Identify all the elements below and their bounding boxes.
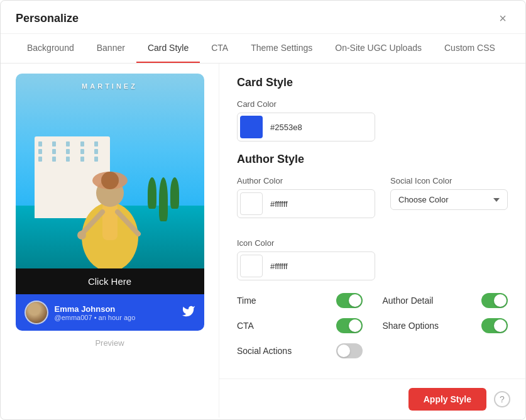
tab-on-site-ugc-uploads[interactable]: On-Site UGC Uploads	[324, 34, 433, 63]
tab-custom-css[interactable]: Custom CSS	[433, 34, 507, 63]
window	[66, 157, 70, 162]
card-color-value-input[interactable]	[265, 123, 375, 132]
toggle-share-options-switch[interactable]	[481, 318, 508, 333]
toggle-row-share-options: Share Options	[383, 318, 508, 333]
preview-panel: MARTINEZ	[1, 64, 219, 417]
card-color-swatch[interactable]	[240, 116, 263, 138]
card-style-section: Card Style Card Color	[237, 76, 508, 141]
author-color-label: Author Color	[237, 176, 375, 185]
apply-style-button[interactable]: Apply Style	[408, 388, 486, 411]
tree	[148, 177, 156, 209]
preview-label: Preview	[95, 338, 124, 348]
icon-color-label: Icon Color	[237, 238, 508, 248]
tab-card-style[interactable]: Card Style	[136, 34, 200, 63]
icon-color-input-row	[237, 251, 375, 280]
toggle-time-switch[interactable]	[336, 293, 363, 308]
toggle-cta-label: CTA	[237, 321, 254, 331]
toggle-share-options-knob	[494, 319, 507, 332]
svg-point-7	[77, 231, 86, 240]
author-info: Emma Johnson @emma007 • an hour ago	[55, 304, 175, 321]
twitter-icon	[182, 304, 195, 321]
toggle-time-knob	[349, 294, 361, 307]
author-style-section: Author Style Author Color Social Icon Co…	[237, 153, 508, 280]
window	[52, 149, 56, 154]
cta-bar: Click Here	[16, 268, 204, 294]
social-icon-color-group: Social Icon Color Choose Color White Bla…	[390, 176, 508, 229]
svg-rect-1	[102, 202, 118, 240]
window	[38, 149, 42, 154]
toggle-social-actions-label: Social Actions	[237, 346, 292, 356]
tab-background[interactable]: Background	[16, 34, 85, 63]
card-color-input-row	[237, 113, 375, 141]
card-style-title: Card Style	[237, 76, 508, 89]
window	[66, 149, 70, 154]
toggle-social-actions-switch[interactable]	[336, 343, 363, 358]
author-color-row: Author Color Social Icon Color Choose Co…	[237, 176, 508, 229]
card-color-label: Card Color	[237, 99, 508, 109]
modal-footer: Apply Style ?	[219, 379, 525, 419]
window	[38, 157, 42, 162]
toggles-grid: Time Author Detail CTA	[237, 293, 508, 358]
modal-header: Personalize ×	[1, 1, 525, 34]
toggle-share-options-label: Share Options	[383, 321, 439, 331]
settings-panel: Card Style Card Color Author Style Autho…	[219, 64, 525, 417]
help-icon-button[interactable]: ?	[494, 391, 510, 407]
trees	[148, 177, 179, 221]
modal-title: Personalize	[16, 12, 79, 25]
toggle-row-cta: CTA	[237, 318, 363, 333]
toggle-author-detail-knob	[494, 294, 507, 307]
svg-point-4	[101, 172, 119, 189]
author-name: Emma Johnson	[55, 304, 175, 314]
main-content: MARTINEZ	[1, 64, 525, 417]
author-color-group: Author Color	[237, 176, 375, 229]
close-button[interactable]: ×	[495, 11, 510, 26]
toggle-cta-knob	[349, 319, 361, 332]
window	[52, 157, 56, 162]
tab-theme-settings[interactable]: Theme Settings	[239, 34, 324, 63]
person-figure	[72, 143, 148, 268]
toggle-row-author-detail: Author Detail	[383, 293, 508, 308]
author-color-swatch[interactable]	[240, 192, 263, 215]
hotel-label: MARTINEZ	[82, 82, 138, 90]
icon-color-swatch[interactable]	[240, 255, 263, 277]
cta-text: Click Here	[88, 276, 131, 287]
icon-color-value-input[interactable]	[265, 262, 375, 271]
author-style-title: Author Style	[237, 153, 508, 166]
toggle-author-detail-label: Author Detail	[383, 296, 434, 306]
tabs-nav: Background Banner Card Style CTA Theme S…	[1, 34, 525, 64]
tab-cta[interactable]: CTA	[200, 34, 239, 63]
social-icon-color-label: Social Icon Color	[390, 176, 508, 185]
tab-banner[interactable]: Banner	[85, 34, 136, 63]
author-color-input-row	[237, 189, 375, 218]
toggle-author-detail-switch[interactable]	[481, 293, 508, 308]
social-icon-color-select[interactable]: Choose Color White Black Custom	[390, 189, 508, 210]
window	[66, 141, 70, 146]
toggle-social-actions-knob	[337, 345, 350, 357]
author-handle: @emma007 • an hour ago	[55, 314, 175, 321]
toggle-time-label: Time	[237, 296, 256, 306]
avatar	[25, 301, 48, 324]
card-preview: MARTINEZ	[16, 74, 204, 331]
toggle-row-time: Time	[237, 293, 363, 308]
author-color-value-input[interactable]	[265, 199, 375, 209]
modal-container: Personalize × Background Banner Card Sty…	[0, 0, 526, 420]
toggle-cta-switch[interactable]	[336, 318, 363, 333]
window	[38, 141, 42, 146]
tree	[170, 177, 179, 209]
avatar-image	[26, 302, 47, 323]
window	[52, 141, 56, 146]
icon-color-group: Icon Color	[237, 238, 508, 280]
author-bar: Emma Johnson @emma007 • an hour ago	[16, 294, 204, 331]
toggle-row-social-actions: Social Actions	[237, 343, 363, 358]
tree	[159, 177, 168, 221]
card-image: MARTINEZ	[16, 74, 204, 268]
